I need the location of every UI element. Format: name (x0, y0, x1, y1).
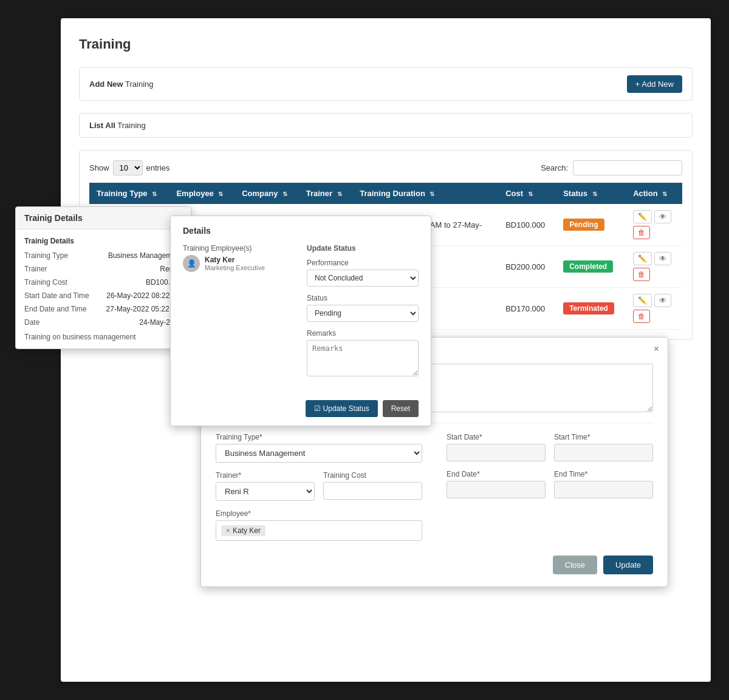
popup-footer: ☑ Update Status Reset (171, 395, 431, 426)
start-time-input[interactable]: 08:22 (554, 444, 653, 461)
delete-button[interactable]: 🗑 (633, 268, 650, 281)
action-row-bottom: 🗑 (633, 226, 675, 239)
detail-label-date: Date (24, 318, 91, 327)
update-status-right-col: Update Status Performance Not Concluded … (307, 244, 419, 386)
add-new-label: Add New Training (89, 80, 154, 89)
list-all-label: List All Training (89, 121, 146, 130)
action-buttons: ✏️ 👁 🗑 (633, 252, 675, 281)
end-row: End Date* 2022-05-27 End Time* 17:22 (447, 470, 653, 507)
employee-label: Employee* (216, 509, 422, 518)
employees-col: Training Employee(s) 👤 Katy Ker Marketin… (183, 244, 295, 386)
col-company[interactable]: Company ⇅ (234, 183, 298, 204)
remarks-label: Remarks (307, 329, 419, 338)
col-duration[interactable]: Training Duration ⇅ (352, 183, 498, 204)
col-trainer[interactable]: Trainer ⇅ (299, 183, 353, 204)
status-select[interactable]: Pending Completed Terminated (307, 305, 419, 322)
training-details-modal: Trainig Details Trainig Details Training… (15, 206, 191, 349)
training-type-label: Training Type* (216, 433, 422, 441)
sort-icon-training-type: ⇅ (152, 191, 157, 197)
end-time-input[interactable]: 17:22 (554, 481, 653, 498)
delete-button[interactable]: 🗑 (633, 226, 650, 239)
col-training-type[interactable]: Training Type ⇅ (89, 183, 169, 204)
action-row-bottom: 🗑 (633, 268, 675, 281)
checkbox-icon: ☑ (314, 404, 321, 413)
add-new-bar: Add New Training + Add New (79, 67, 693, 101)
detail-value-trainer: Reni R (91, 265, 182, 273)
delete-button[interactable]: 🗑 (633, 310, 650, 323)
training-cost-input[interactable]: 100 (323, 482, 422, 500)
detail-value-end: 27-May-2022 05:22 PM (91, 305, 182, 313)
cell-cost: BD200.000 (498, 246, 556, 288)
page-title: Training (79, 36, 693, 52)
performance-select[interactable]: Not Concluded Concluded In Progress (307, 270, 419, 287)
edit-button[interactable]: ✏️ (633, 210, 652, 223)
remarks-textarea[interactable] (307, 340, 419, 376)
entries-select[interactable]: 10 25 50 (113, 160, 143, 175)
close-icon[interactable]: × (654, 344, 659, 355)
employee-avatar: 👤 (183, 255, 200, 272)
end-time-label: End Time* (554, 470, 653, 478)
end-date-input[interactable]: 2022-05-27 (447, 481, 546, 498)
remarks-field: Remarks (307, 329, 419, 378)
status-field: Status Pending Completed Terminated (307, 294, 419, 322)
detail-label-start: Start Date and Time (24, 291, 91, 300)
action-row-top: ✏️ 👁 (633, 252, 675, 265)
view-button[interactable]: 👁 (654, 252, 671, 265)
sort-icon-duration: ⇅ (430, 191, 434, 197)
end-time-field: End Time* 17:22 (554, 470, 653, 498)
start-date-field: Start Date* 2022-05-26 (447, 433, 546, 461)
col-cost[interactable]: Cost ⇅ (498, 183, 556, 204)
detail-row-end: End Date and Time 27-May-2022 05:22 PM (24, 305, 182, 313)
employee-tag: × Katy Ker (221, 525, 265, 536)
update-status-cols: Training Employee(s) 👤 Katy Ker Marketin… (183, 244, 419, 386)
trainer-label: Trainer* (216, 471, 315, 480)
update-status-right-label: Update Status (307, 244, 419, 253)
detail-value-start: 26-May-2022 08:22 AM (91, 291, 182, 300)
show-entries: Show 10 25 50 entries (89, 160, 170, 175)
detail-value-training-type: Business Management (91, 251, 182, 260)
sort-icon-status: ⇅ (592, 191, 597, 197)
view-button[interactable]: 👁 (654, 294, 671, 307)
sort-icon-cost: ⇅ (528, 191, 533, 197)
col-employee[interactable]: Employee ⇅ (169, 183, 234, 204)
add-new-button[interactable]: + Add New (627, 75, 682, 93)
trainer-select[interactable]: Reni R John D (216, 482, 315, 501)
detail-label-training-type: Training Type (24, 251, 91, 260)
action-row-bottom: 🗑 (633, 310, 675, 323)
tag-value: Katy Ker (233, 526, 261, 535)
trainer-field: Trainer* Reni R John D (216, 471, 315, 501)
training-type-select[interactable]: Business Management Technical Soft Skill… (216, 444, 422, 463)
view-button[interactable]: 👁 (654, 210, 671, 223)
employee-name: Katy Ker (205, 256, 265, 264)
status-badge-completed: Completed (563, 260, 613, 273)
start-time-field: Start Time* 08:22 (554, 433, 653, 461)
col-status[interactable]: Status ⇅ (556, 183, 626, 204)
performance-field: Performance Not Concluded Concluded In P… (307, 259, 419, 287)
reset-button[interactable]: Reset (383, 400, 419, 417)
edit-form-left: Training Type* Business Management Techn… (216, 433, 422, 549)
cell-status: Pending (556, 204, 626, 246)
update-button[interactable]: Update (603, 556, 653, 574)
start-date-input[interactable]: 2022-05-26 (447, 444, 546, 461)
edit-button[interactable]: ✏️ (633, 294, 652, 307)
end-date-field: End Date* 2022-05-27 (447, 470, 546, 498)
search-input[interactable] (573, 160, 682, 175)
edit-form-right: Start Date* 2022-05-26 Start Time* 08:22… (447, 433, 653, 549)
update-status-button[interactable]: ☑ Update Status (306, 400, 377, 417)
status-badge-terminated: Terminated (563, 302, 614, 314)
cell-action: ✏️ 👁 🗑 (626, 288, 682, 330)
table-controls: Show 10 25 50 entries Search: (89, 160, 682, 175)
tag-remove-icon[interactable]: × (226, 526, 230, 535)
employee-role: Marketing Executive (205, 264, 265, 271)
employee-tag-input[interactable]: × Katy Ker (216, 520, 422, 541)
col-action[interactable]: Action ⇅ (626, 183, 682, 204)
close-button[interactable]: Close (553, 556, 597, 574)
cell-action: ✏️ 👁 🗑 (626, 246, 682, 288)
training-details-modal-body: Trainig Details Training Type Business M… (16, 229, 191, 348)
update-status-popup: Details Training Employee(s) 👤 Katy Ker … (170, 216, 431, 426)
action-buttons: ✏️ 👁 🗑 (633, 210, 675, 239)
edit-button[interactable]: ✏️ (633, 252, 652, 265)
performance-label: Performance (307, 259, 419, 267)
start-row: Start Date* 2022-05-26 Start Time* 08:22 (447, 433, 653, 470)
training-type-field: Training Type* Business Management Techn… (216, 433, 422, 463)
